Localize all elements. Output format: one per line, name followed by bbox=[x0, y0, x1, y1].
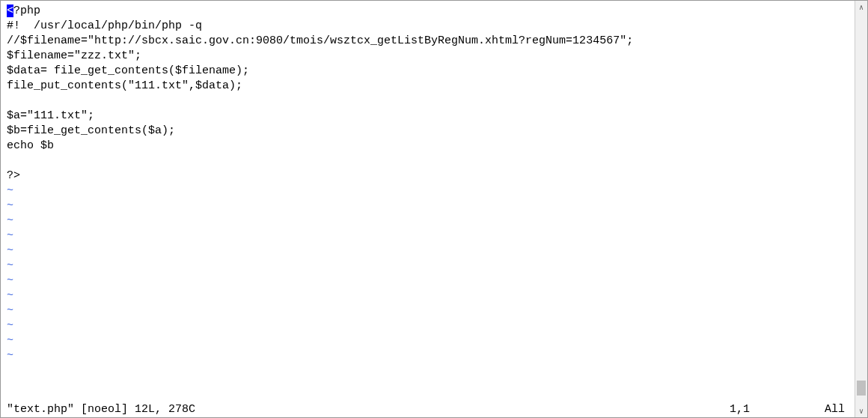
tilde-lines-container: ~~~~~~~~~~~~ bbox=[7, 184, 861, 363]
empty-line-tilde: ~ bbox=[7, 228, 861, 243]
code-line: $b=file_get_contents($a); bbox=[7, 124, 861, 139]
empty-line-tilde: ~ bbox=[7, 243, 861, 258]
empty-line-tilde: ~ bbox=[7, 333, 861, 348]
code-line: $data= file_get_contents($filename); bbox=[7, 64, 861, 79]
empty-line-tilde: ~ bbox=[7, 273, 861, 288]
status-spacer bbox=[195, 402, 730, 417]
code-line bbox=[7, 94, 861, 109]
code-text: ?php bbox=[13, 4, 40, 17]
empty-line-tilde: ~ bbox=[7, 184, 861, 199]
empty-line-tilde: ~ bbox=[7, 318, 861, 333]
empty-line-tilde: ~ bbox=[7, 213, 861, 228]
code-line: $filename="zzz.txt"; bbox=[7, 49, 861, 64]
chevron-down-icon: ∨ bbox=[859, 407, 864, 416]
code-line bbox=[7, 154, 861, 169]
empty-line-tilde: ~ bbox=[7, 199, 861, 213]
status-file-info: "text.php" [noeol] 12L, 278C bbox=[7, 402, 195, 417]
code-line: echo $b bbox=[7, 139, 861, 154]
code-line: ?> bbox=[7, 169, 861, 184]
editor-window: <?php #! /usr/local/php/bin/php -q //$fi… bbox=[0, 0, 868, 418]
scrollbar-thumb[interactable] bbox=[857, 381, 866, 396]
code-line: #! /usr/local/php/bin/php -q bbox=[7, 19, 861, 34]
code-line: <?php bbox=[7, 4, 861, 19]
empty-line-tilde: ~ bbox=[7, 258, 861, 273]
empty-line-tilde: ~ bbox=[7, 348, 861, 363]
empty-line-tilde: ~ bbox=[7, 288, 861, 303]
scrollbar-down-button[interactable]: ∨ bbox=[855, 405, 867, 417]
code-line: $a="111.txt"; bbox=[7, 109, 861, 124]
vim-status-bar: "text.php" [noeol] 12L, 278C 1,1 All bbox=[1, 402, 867, 417]
code-line: //$filename="http://sbcx.saic.gov.cn:908… bbox=[7, 34, 861, 49]
empty-line-tilde: ~ bbox=[7, 303, 861, 318]
scrollbar-track-area[interactable] bbox=[855, 13, 867, 405]
code-line: file_put_contents("111.txt",$data); bbox=[7, 79, 861, 94]
editor-content-area[interactable]: <?php #! /usr/local/php/bin/php -q //$fi… bbox=[1, 1, 867, 402]
scrollbar-up-button[interactable]: ∧ bbox=[855, 1, 867, 13]
chevron-up-icon: ∧ bbox=[859, 3, 864, 12]
cursor: < bbox=[7, 4, 13, 17]
status-cursor-position: 1,1 bbox=[730, 402, 825, 417]
vertical-scrollbar[interactable]: ∧ ∨ bbox=[855, 1, 867, 417]
